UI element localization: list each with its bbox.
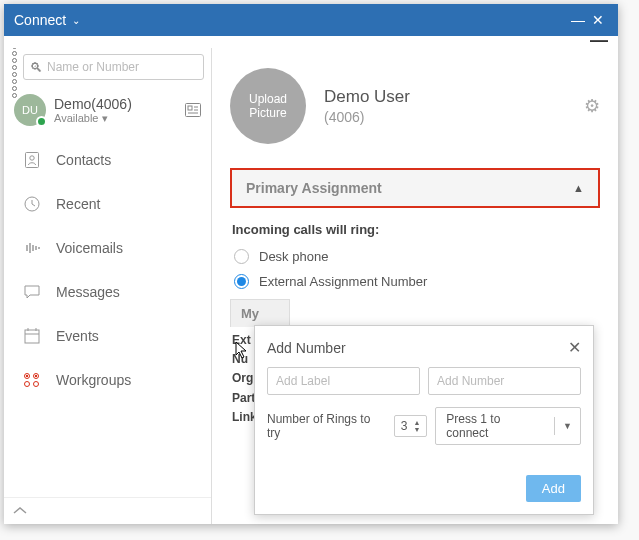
collapse-arrow-icon: ▲ <box>573 182 584 194</box>
sidebar-item-voicemails[interactable]: Voicemails <box>4 226 211 270</box>
add-label-input[interactable] <box>267 367 420 395</box>
section-title: Primary Assignment <box>246 180 382 196</box>
workgroups-icon <box>22 370 42 390</box>
collapse-icon[interactable]: — <box>590 36 608 48</box>
svg-point-6 <box>30 156 34 160</box>
svg-point-25 <box>25 382 30 387</box>
radio-label: External Assignment Number <box>259 274 427 289</box>
voicemail-icon <box>22 238 42 258</box>
sidebar-item-label: Events <box>56 328 99 344</box>
messages-icon <box>22 282 42 302</box>
popup-title: Add Number <box>267 340 346 356</box>
current-user-row[interactable]: DU Demo(4006) Available ▾ <box>4 86 211 134</box>
stepper-arrows-icon[interactable]: ▲▼ <box>413 419 420 433</box>
avatar-initials: DU <box>22 104 38 116</box>
user-status[interactable]: Available ▾ <box>54 112 177 125</box>
contacts-icon <box>22 150 42 170</box>
app-title: Connect <box>14 12 66 28</box>
svg-point-26 <box>34 382 39 387</box>
sidebar-item-label: Messages <box>56 284 120 300</box>
sidebar-item-label: Recent <box>56 196 100 212</box>
connect-mode-dropdown[interactable]: Press 1 to connect ▼ <box>435 407 581 445</box>
minimize-button[interactable]: — <box>568 12 588 28</box>
sidebar-item-workgroups[interactable]: Workgroups <box>4 358 211 402</box>
titlebar: Connect ⌄ — ✕ <box>4 4 618 36</box>
radio-external-assignment[interactable]: External Assignment Number <box>234 274 596 289</box>
rings-label: Number of Rings to try <box>267 412 386 440</box>
dialpad-icon[interactable] <box>12 55 17 79</box>
clock-icon <box>22 194 42 214</box>
svg-rect-14 <box>25 330 39 343</box>
upload-picture-button[interactable]: Upload Picture <box>230 68 306 144</box>
sidebar-item-contacts[interactable]: Contacts <box>4 138 211 182</box>
calendar-icon <box>22 326 42 346</box>
my-tab[interactable]: My <box>230 299 290 327</box>
sidebar-item-messages[interactable]: Messages <box>4 270 211 314</box>
add-number-popup: Add Number ✕ Number of Rings to try 3 ▲▼… <box>254 325 594 515</box>
sidebar-item-label: Voicemails <box>56 240 123 256</box>
search-input[interactable] <box>47 60 197 74</box>
primary-assignment-header[interactable]: Primary Assignment ▲ <box>230 168 600 208</box>
avatar: DU <box>14 94 46 126</box>
user-name: Demo(4006) <box>54 96 177 112</box>
incoming-calls-label: Incoming calls will ring: <box>232 222 598 237</box>
presence-indicator <box>36 116 47 127</box>
gear-icon[interactable]: ⚙ <box>584 95 600 117</box>
search-input-container[interactable]: 🔍︎ <box>23 54 204 80</box>
svg-rect-1 <box>188 106 192 110</box>
contact-card-icon[interactable] <box>185 103 201 117</box>
sidebar-item-events[interactable]: Events <box>4 314 211 358</box>
sidebar-item-recent[interactable]: Recent <box>4 182 211 226</box>
sidebar-item-label: Workgroups <box>56 372 131 388</box>
sidebar: 🔍︎ DU Demo(4006) Available ▾ <box>4 48 212 524</box>
sidebar-collapse-button[interactable] <box>4 497 211 524</box>
sidebar-item-label: Contacts <box>56 152 111 168</box>
profile-name: Demo User <box>324 87 410 107</box>
sub-titlebar: — <box>4 36 618 48</box>
radio-icon <box>234 274 249 289</box>
popup-close-button[interactable]: ✕ <box>568 338 581 357</box>
close-button[interactable]: ✕ <box>588 12 608 28</box>
radio-desk-phone[interactable]: Desk phone <box>234 249 596 264</box>
rings-value: 3 <box>401 419 408 433</box>
dropdown-label: Press 1 to connect <box>436 408 554 444</box>
add-number-input[interactable] <box>428 367 581 395</box>
radio-label: Desk phone <box>259 249 328 264</box>
radio-icon <box>234 249 249 264</box>
rings-stepper[interactable]: 3 ▲▼ <box>394 415 428 437</box>
title-menu-chevron-icon[interactable]: ⌄ <box>72 15 80 26</box>
profile-extension: (4006) <box>324 109 410 125</box>
add-button[interactable]: Add <box>526 475 581 502</box>
chevron-down-icon[interactable]: ▼ <box>554 417 580 435</box>
search-icon: 🔍︎ <box>30 60 43 75</box>
